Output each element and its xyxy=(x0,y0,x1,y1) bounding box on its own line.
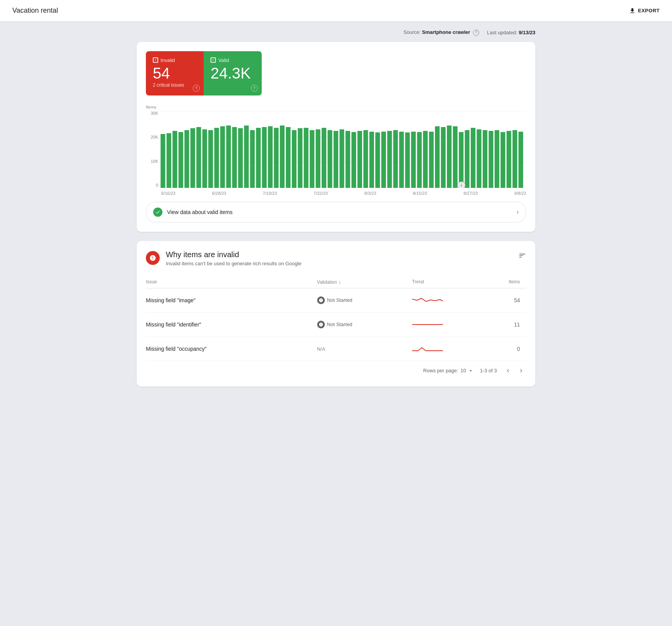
svg-rect-57 xyxy=(477,129,481,188)
chart-y-label: Items xyxy=(146,105,526,109)
svg-rect-46 xyxy=(411,132,416,188)
svg-rect-62 xyxy=(507,131,511,188)
invalid-label: Invalid xyxy=(153,57,193,63)
svg-rect-54 xyxy=(459,132,463,188)
section-title-group: Why items are invalid Invalid items can'… xyxy=(166,250,301,266)
y-axis: 30K 20K 10K 0 xyxy=(146,111,158,189)
svg-rect-38 xyxy=(363,130,368,188)
svg-rect-53 xyxy=(453,126,458,188)
col-issue: Issue xyxy=(146,276,317,288)
main-chart-card: Invalid 54 2 critical issues ? Valid 24.… xyxy=(137,42,535,232)
svg-rect-61 xyxy=(501,132,505,188)
col-validation[interactable]: Validation ↓ xyxy=(317,276,412,288)
svg-rect-43 xyxy=(393,130,398,188)
rows-per-page-select[interactable]: 10 xyxy=(460,368,473,374)
chevron-right-icon xyxy=(518,367,525,374)
valid-items-left: View data about valid items xyxy=(153,208,232,217)
exclamation-icon xyxy=(149,254,156,261)
source-label: Source: Smartphone crawler ? xyxy=(403,29,479,36)
svg-rect-27 xyxy=(298,128,303,188)
row1-issue: Missing field "image" xyxy=(146,288,317,312)
svg-rect-50 xyxy=(435,126,440,188)
invalid-help-icon[interactable]: ? xyxy=(193,85,200,92)
row1-trend xyxy=(412,288,488,312)
svg-rect-64 xyxy=(518,132,523,188)
svg-rect-48 xyxy=(423,131,428,188)
svg-rect-40 xyxy=(375,132,380,188)
svg-rect-13 xyxy=(214,128,219,188)
svg-rect-41 xyxy=(381,132,386,188)
export-icon xyxy=(629,7,636,14)
svg-text:i: i xyxy=(461,183,462,187)
svg-rect-51 xyxy=(441,127,446,188)
y-tick-0: 0 xyxy=(156,183,158,187)
invalid-checkbox-icon xyxy=(153,57,158,63)
prev-page-button[interactable] xyxy=(503,366,513,376)
row3-validation: N/A xyxy=(317,336,412,361)
row2-trend xyxy=(412,312,488,336)
why-invalid-card: Why items are invalid Invalid items can'… xyxy=(137,241,535,387)
last-updated-label: Last updated: 9/13/23 xyxy=(487,30,535,35)
x-label-3: 7/10/23 xyxy=(263,191,277,196)
row1-validation: Not Started xyxy=(317,288,412,312)
section-header: Why items are invalid Invalid items can'… xyxy=(146,250,526,266)
svg-rect-28 xyxy=(304,128,308,188)
table-row: Missing field "occupancy" N/A 0 xyxy=(146,336,526,361)
svg-rect-15 xyxy=(226,126,231,188)
table-row: Missing field "identifier" Not Started xyxy=(146,312,526,336)
chart-area-wrapper: 30K 20K 10K 0 xyxy=(146,111,526,189)
section-subtitle: Invalid items can't be used to generate … xyxy=(166,261,301,266)
section-title: Why items are invalid xyxy=(166,250,301,259)
table-body: Missing field "image" Not Started xyxy=(146,288,526,361)
svg-rect-22 xyxy=(268,126,272,188)
source-bar: Source: Smartphone crawler ? Last update… xyxy=(137,29,535,36)
svg-rect-12 xyxy=(208,130,213,188)
table-footer: Rows per page: 10 1-3 of 3 xyxy=(146,361,526,377)
x-label-6: 8/15/23 xyxy=(413,191,427,196)
svg-rect-10 xyxy=(196,127,201,188)
rows-per-page: Rows per page: 10 xyxy=(423,368,474,374)
x-label-8: 9/8/23 xyxy=(514,191,526,196)
next-page-button[interactable] xyxy=(516,366,526,376)
source-help-icon[interactable]: ? xyxy=(473,30,479,36)
svg-rect-33 xyxy=(334,131,338,188)
pagination-nav xyxy=(503,366,526,376)
svg-rect-31 xyxy=(322,128,326,188)
x-label-7: 8/27/23 xyxy=(463,191,478,196)
svg-rect-44 xyxy=(399,132,404,188)
filter-icon[interactable] xyxy=(518,252,526,261)
svg-rect-17 xyxy=(238,128,243,188)
trend-chart-2 xyxy=(412,319,443,330)
page-title: Vacation rental xyxy=(12,7,58,15)
export-button[interactable]: EXPORT xyxy=(629,7,660,14)
x-label-2: 6/28/23 xyxy=(212,191,226,196)
row3-trend xyxy=(412,336,488,361)
svg-rect-5 xyxy=(167,133,171,188)
svg-rect-30 xyxy=(316,129,320,188)
y-tick-20k: 20K xyxy=(150,135,158,139)
y-tick-10k: 10K xyxy=(150,159,158,164)
svg-rect-60 xyxy=(495,130,499,188)
svg-rect-24 xyxy=(280,126,284,188)
svg-rect-19 xyxy=(250,130,255,188)
svg-rect-55 xyxy=(465,130,470,188)
svg-rect-58 xyxy=(483,130,487,188)
issues-table: Issue Validation ↓ Trend Items xyxy=(146,276,526,361)
chart-svg-container: i xyxy=(160,111,526,189)
svg-rect-34 xyxy=(339,129,344,188)
svg-rect-7 xyxy=(179,132,183,188)
svg-rect-52 xyxy=(447,126,451,188)
chevron-left-icon xyxy=(505,367,512,374)
svg-rect-42 xyxy=(387,131,392,188)
checkmark-icon xyxy=(155,209,160,215)
rows-dropdown-icon xyxy=(468,368,474,374)
svg-rect-26 xyxy=(292,130,296,188)
chevron-right-icon: › xyxy=(517,208,519,216)
valid-help-icon[interactable]: ? xyxy=(251,85,258,92)
valid-check-icon xyxy=(153,208,162,217)
svg-rect-18 xyxy=(244,126,249,188)
svg-rect-56 xyxy=(471,128,475,188)
svg-rect-45 xyxy=(405,132,410,188)
valid-items-link[interactable]: View data about valid items › xyxy=(146,202,526,223)
trend-chart-3 xyxy=(412,343,443,355)
